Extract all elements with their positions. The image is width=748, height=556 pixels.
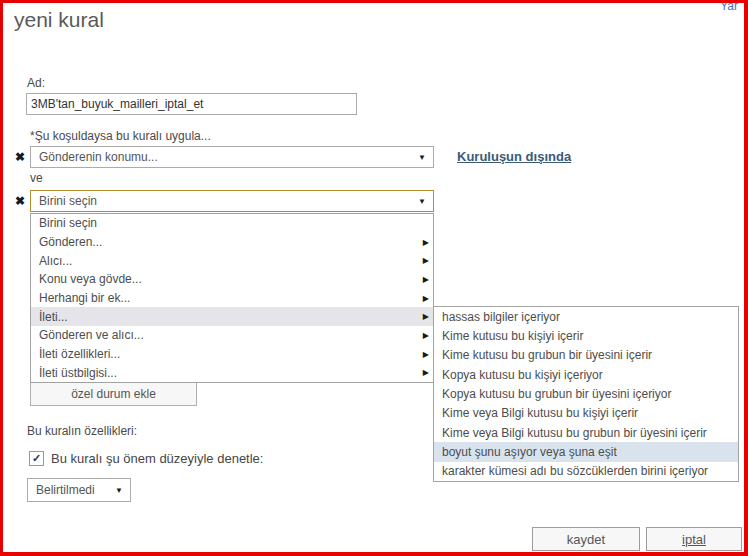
submenu-arrow-icon: ▶ <box>423 238 429 247</box>
submenu-arrow-icon: ▶ <box>423 256 429 265</box>
save-button[interactable]: kaydet <box>532 527 640 551</box>
submenu-arrow-icon: ▶ <box>423 368 429 377</box>
submenu-item-boyut-asiyor[interactable]: boyut şunu aşıyor veya şuna eşit <box>434 442 738 461</box>
audit-severity-checkbox[interactable]: ✓ <box>29 451 44 466</box>
rule-properties-label: Bu kuralın özellikleri: <box>27 424 137 438</box>
rule-name-label: Ad: <box>27 76 45 90</box>
condition-1-value: Gönderenin konumu... <box>39 150 158 164</box>
submenu-item-kime-kutusu-kisi[interactable]: Kime kutusu bu kişiyi içerir <box>434 326 738 345</box>
message-condition-submenu: hassas bilgiler içeriyor Kime kutusu bu … <box>433 306 739 482</box>
menu-item-ileti[interactable]: İleti... ▶ <box>31 307 433 326</box>
submenu-arrow-icon: ▶ <box>423 294 429 303</box>
condition-1-dropdown[interactable]: Gönderenin konumu... ▼ <box>30 146 434 168</box>
checkbox-check-icon: ✓ <box>32 452 41 465</box>
audit-severity-label: Bu kuralı şu önem düzeyiyle denetle: <box>51 451 263 466</box>
chevron-down-icon: ▼ <box>418 153 426 162</box>
rule-name-input[interactable] <box>26 93 357 115</box>
submenu-item-kime-kutusu-grup[interactable]: Kime kutusu bu grubun bir üyesini içerir <box>434 346 738 365</box>
condition-section-label: *Şu koşuldaysa bu kuralı uygula... <box>30 129 211 143</box>
menu-item-konu-veya-govde[interactable]: Konu veya gövde... ▶ <box>31 270 433 289</box>
menu-item-ileti-ustbilgisi[interactable]: İleti üstbilgisi... ▶ <box>31 363 433 382</box>
condition-2-dropdown[interactable]: Birini seçin ▼ <box>30 190 434 212</box>
help-link[interactable]: Yar <box>720 0 738 13</box>
chevron-down-icon: ▼ <box>115 486 123 495</box>
add-exception-button[interactable]: özel durum ekle <box>30 382 197 406</box>
submenu-arrow-icon: ▶ <box>423 312 429 321</box>
audit-severity-row: ✓ Bu kuralı şu önem düzeyiyle denetle: <box>29 451 263 466</box>
submenu-item-kopya-kutusu-kisi[interactable]: Kopya kutusu bu kişiyi içeriyor <box>434 365 738 384</box>
menu-item-gonderen[interactable]: Gönderen... ▶ <box>31 233 433 252</box>
severity-value: Belirtilmedi <box>36 483 95 497</box>
submenu-arrow-icon: ▶ <box>423 275 429 284</box>
severity-dropdown[interactable]: Belirtilmedi ▼ <box>27 478 131 502</box>
chevron-down-icon: ▼ <box>418 197 426 206</box>
condition-2-value: Birini seçin <box>39 194 97 208</box>
condition-connector-label: ve <box>30 171 43 185</box>
submenu-item-kime-veya-bilgi-kisi[interactable]: Kime veya Bilgi kutusu bu kişiyi içerir <box>434 404 738 423</box>
condition-1-value-link[interactable]: Kuruluşun dışında <box>457 149 571 164</box>
menu-item-alici[interactable]: Alıcı... ▶ <box>31 251 433 270</box>
cancel-button[interactable]: iptal <box>646 527 742 551</box>
submenu-item-karakter-kumesi[interactable]: karakter kümesi adı bu sözcüklerden biri… <box>434 462 738 481</box>
menu-item-ileti-ozellikleri[interactable]: İleti özellikleri... ▶ <box>31 345 433 364</box>
submenu-item-kopya-kutusu-grup[interactable]: Kopya kutusu bu grubun bir üyesini içeri… <box>434 384 738 403</box>
page-title: yeni kural <box>14 8 104 32</box>
menu-item-birini-secin[interactable]: Birini seçin <box>31 214 433 233</box>
remove-condition-2-icon[interactable]: ✖ <box>14 194 26 208</box>
submenu-item-hassas-bilgiler[interactable]: hassas bilgiler içeriyor <box>434 307 738 326</box>
menu-item-gonderen-ve-alici[interactable]: Gönderen ve alıcı... ▶ <box>31 326 433 345</box>
new-rule-dialog: yeni kural Yar Ad: *Şu koşuldaysa bu kur… <box>0 0 748 556</box>
condition-type-menu: Birini seçin Gönderen... ▶ Alıcı... ▶ Ko… <box>30 213 434 383</box>
menu-item-herhangi-bir-ek[interactable]: Herhangi bir ek... ▶ <box>31 289 433 308</box>
submenu-item-kime-veya-bilgi-grup[interactable]: Kime veya Bilgi kutusu bu grubun bir üye… <box>434 423 738 442</box>
remove-condition-1-icon[interactable]: ✖ <box>14 150 26 164</box>
submenu-arrow-icon: ▶ <box>423 331 429 340</box>
submenu-arrow-icon: ▶ <box>423 350 429 359</box>
